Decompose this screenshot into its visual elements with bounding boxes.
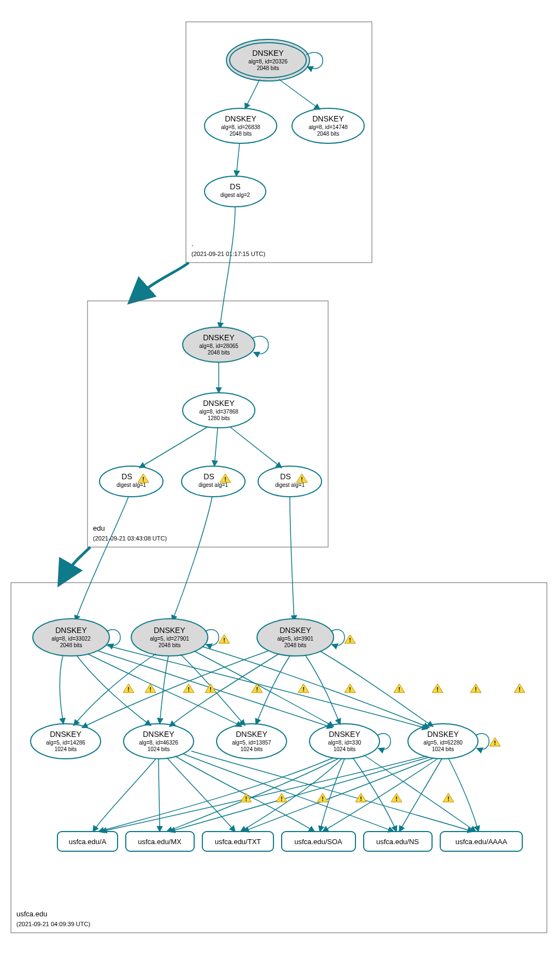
- svg-text:!: !: [223, 637, 225, 643]
- edge-rds-eduksk: [220, 207, 235, 328]
- svg-point-13: [205, 176, 266, 207]
- svg-text:alg=8, id=33022: alg=8, id=33022: [51, 636, 91, 642]
- edge-eduzsk-ds3: [230, 427, 282, 468]
- svg-text:2048 bits: 2048 bits: [159, 642, 181, 648]
- svg-text:DNSKEY: DNSKEY: [329, 730, 360, 739]
- svg-text:!: !: [301, 476, 303, 483]
- svg-text:usfca.edu/AAAA: usfca.edu/AAAA: [456, 838, 508, 846]
- rr-aaaa: usfca.edu/AAAA: [440, 832, 522, 851]
- e-k1-z5: [107, 646, 428, 729]
- svg-text:alg=5, id=13857: alg=5, id=13857: [232, 740, 271, 746]
- svg-text:2048 bits: 2048 bits: [257, 65, 279, 71]
- svg-text:alg=5, id=3901: alg=5, id=3901: [277, 636, 314, 642]
- e-z2-ns: [183, 754, 394, 832]
- edge-rksk-rzsk2: [279, 79, 320, 109]
- edge-ds3-ksk3: [290, 497, 294, 621]
- svg-text:alg=8, id=46326: alg=8, id=46326: [139, 740, 178, 746]
- svg-text:1024 bits: 1024 bits: [432, 746, 454, 752]
- svg-text:alg=8, id=20326: alg=8, id=20326: [248, 59, 288, 65]
- edge-edu-usfca-deleg: [60, 547, 90, 583]
- svg-text:2048 bits: 2048 bits: [208, 350, 230, 356]
- edge-ds2-ksk2: [172, 497, 212, 621]
- svg-text:usfca.edu/TXT: usfca.edu/TXT: [215, 838, 261, 846]
- edge-root-edu-deleg: [131, 263, 189, 301]
- node-edu-zsk: DNSKEY alg=8, id=37868 1280 bits: [183, 393, 255, 428]
- e-z5-aaaa: [448, 758, 479, 832]
- edge-rzsk1-rds: [236, 143, 240, 176]
- e-z2-a: [93, 759, 156, 832]
- svg-text:DNSKEY: DNSKEY: [236, 730, 267, 739]
- svg-text:2048 bits: 2048 bits: [284, 642, 307, 648]
- svg-text:2048 bits: 2048 bits: [60, 642, 83, 648]
- svg-text:DNSKEY: DNSKEY: [225, 114, 256, 123]
- node-u-zsk3: DNSKEY alg=5, id=13857 1024 bits: [217, 724, 287, 759]
- svg-text:!: !: [281, 795, 283, 802]
- svg-text:!: !: [518, 686, 521, 693]
- node-u-zsk2: DNSKEY alg=8, id=46326 1024 bits: [124, 724, 194, 759]
- zone-name-root: .: [191, 240, 194, 248]
- node-edu-ds2: DS digest alg=1 !: [182, 466, 245, 497]
- svg-text:digest alg=1: digest alg=1: [199, 482, 229, 488]
- edge-ds1-ksk1: [75, 497, 129, 621]
- svg-text:alg=8, id=37868: alg=8, id=37868: [199, 409, 238, 415]
- svg-text:1024 bits: 1024 bits: [55, 746, 77, 752]
- node-root-ksk: DNSKEY alg=8, id=20326 2048 bits: [226, 39, 310, 81]
- svg-text:DNSKEY: DNSKEY: [312, 114, 344, 123]
- e-z2-txt: [167, 758, 235, 832]
- svg-text:DS: DS: [203, 472, 214, 481]
- e-k1-z2: [77, 655, 151, 725]
- e-z2-mx: [159, 759, 160, 832]
- e-z4-mx: [167, 759, 338, 832]
- svg-point-24: [100, 466, 163, 497]
- svg-text:usfca.edu/NS: usfca.edu/NS: [376, 838, 419, 846]
- svg-text:alg=5, id=14286: alg=5, id=14286: [46, 740, 85, 746]
- svg-text:!: !: [127, 686, 130, 693]
- zone-ts-edu: (2021-09-21 03:43:08 UTC): [93, 535, 167, 542]
- svg-text:1024 bits: 1024 bits: [241, 746, 263, 752]
- node-u-ksk3: DNSKEY alg=5, id=3901 2048 bits: [257, 619, 334, 656]
- rr-ns: usfca.edu/NS: [364, 832, 432, 851]
- svg-text:2048 bits: 2048 bits: [230, 131, 252, 137]
- svg-text:!: !: [256, 686, 258, 693]
- svg-text:alg=8, id=28065: alg=8, id=28065: [199, 343, 238, 349]
- e-z4-aaaa: [364, 755, 476, 832]
- svg-text:!: !: [349, 637, 351, 643]
- zone-name-edu: edu: [93, 524, 105, 532]
- svg-text:1024 bits: 1024 bits: [334, 746, 356, 752]
- node-root-zsk1: DNSKEY alg=8, id=26838 2048 bits: [205, 108, 277, 143]
- svg-text:!: !: [142, 476, 144, 483]
- svg-text:!: !: [494, 740, 496, 746]
- warning-icon: !: [489, 737, 500, 746]
- svg-text:!: !: [395, 795, 398, 802]
- node-root-zsk2: DNSKEY alg=8, id=14748 2048 bits: [292, 108, 364, 143]
- node-u-zsk4: DNSKEY alg=8, id=330 1024 bits: [310, 724, 380, 759]
- rr-soa: usfca.edu/SOA: [282, 832, 355, 851]
- svg-text:DNSKEY: DNSKEY: [143, 730, 174, 739]
- svg-text:DNSKEY: DNSKEY: [279, 626, 311, 635]
- svg-text:alg=8, id=14748: alg=8, id=14748: [308, 124, 348, 130]
- rr-txt: usfca.edu/TXT: [202, 832, 273, 851]
- rr-mx: usfca.edu/MX: [126, 832, 194, 851]
- node-u-ksk2: DNSKEY alg=5, id=27901 2048 bits: [131, 619, 208, 656]
- svg-text:!: !: [224, 476, 226, 483]
- svg-text:1024 bits: 1024 bits: [148, 746, 170, 752]
- svg-text:DNSKEY: DNSKEY: [427, 730, 459, 739]
- edge-rksk-rzsk1: [245, 79, 260, 109]
- edge-eduzsk-ds2: [214, 428, 218, 466]
- node-u-ksk1: DNSKEY alg=8, id=33022 2048 bits: [33, 619, 109, 656]
- e-z5-txt: [243, 758, 433, 832]
- svg-text:alg=8, id=26838: alg=8, id=26838: [221, 124, 260, 130]
- svg-text:DNSKEY: DNSKEY: [154, 626, 185, 635]
- e-k1-z1: [60, 655, 63, 724]
- zone-ts-root: (2021-09-21 01:17:15 UTC): [191, 251, 265, 257]
- svg-text:alg=8, id=330: alg=8, id=330: [328, 740, 361, 746]
- svg-text:!: !: [436, 686, 439, 693]
- svg-text:DNSKEY: DNSKEY: [252, 49, 284, 57]
- warning-icon: !: [345, 635, 355, 643]
- rr-a: usfca.edu/A: [57, 832, 118, 851]
- warning-icon: !: [219, 635, 230, 643]
- svg-text:DNSKEY: DNSKEY: [55, 626, 87, 635]
- svg-text:DNSKEY: DNSKEY: [203, 333, 235, 342]
- svg-text:DNSKEY: DNSKEY: [50, 730, 81, 739]
- svg-text:!: !: [245, 795, 247, 802]
